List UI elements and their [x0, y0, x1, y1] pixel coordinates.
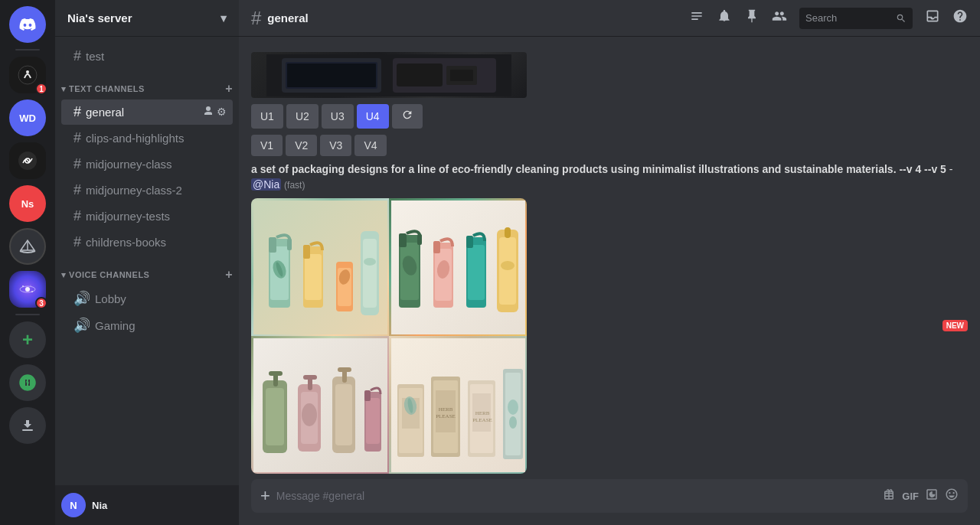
chevron-down-icon: ▾: [220, 11, 227, 25]
server-boat-icon[interactable]: [9, 228, 46, 265]
server-ai2[interactable]: [9, 142, 46, 179]
top-bar: # general: [239, 0, 980, 37]
svg-point-9: [31, 285, 31, 286]
search-bar[interactable]: Search: [799, 8, 913, 29]
category-add-voice[interactable]: +: [225, 268, 233, 282]
channel-hash-icon: #: [251, 8, 261, 29]
svg-point-88: [508, 399, 518, 415]
channel-item-midjourney2[interactable]: # midjourney-class-2: [61, 178, 233, 203]
svg-text:PLEASE: PLEASE: [436, 413, 456, 419]
channel-item-midjourney[interactable]: # midjourney-class: [61, 152, 233, 177]
svg-point-51: [501, 261, 514, 270]
v2-button[interactable]: V2: [286, 135, 317, 156]
mention-nia: @Nia: [251, 178, 281, 191]
server-ai2-icon[interactable]: [9, 142, 46, 179]
message-group-1: U1 U2 U3 U4 V1 V2 V3 V4: [239, 49, 980, 159]
v3-button[interactable]: V3: [320, 135, 351, 156]
download-button[interactable]: [9, 407, 46, 444]
sticker-icon[interactable]: [925, 488, 939, 505]
svg-rect-28: [305, 254, 322, 300]
channel-item-childrens[interactable]: # childrens-books: [61, 230, 233, 255]
svg-point-7: [22, 285, 24, 287]
u3-button[interactable]: U3: [322, 104, 354, 129]
eco-bottles-q3: [253, 338, 387, 472]
explore-button[interactable]: [9, 364, 46, 401]
help-icon[interactable]: [952, 8, 968, 28]
message-image-dark: [251, 52, 527, 98]
svg-rect-24: [287, 239, 292, 250]
people-icon[interactable]: [203, 106, 214, 119]
gif-icon[interactable]: GIF: [902, 491, 919, 502]
channel-item-clips[interactable]: # clips-and-highlights: [61, 126, 233, 151]
svg-point-8: [31, 291, 33, 292]
server-ns-icon[interactable]: Ns: [9, 185, 46, 222]
svg-rect-48: [466, 236, 473, 248]
svg-rect-66: [338, 367, 351, 372]
refresh-button-1[interactable]: [392, 104, 423, 129]
settings-icon[interactable]: ⚙: [217, 106, 227, 119]
u1-button[interactable]: U1: [251, 104, 283, 129]
channel-item-general[interactable]: # general ⚙: [61, 99, 233, 125]
svg-rect-47: [468, 245, 485, 300]
new-badge: NEW: [942, 320, 968, 331]
product-image-partial: [266, 54, 511, 96]
members-icon[interactable]: [772, 8, 787, 28]
gift-icon[interactable]: [882, 488, 896, 505]
variation-button-row: V1 V2 V3 V4: [251, 135, 968, 156]
add-server-icon[interactable]: +: [9, 321, 46, 358]
message-input-box[interactable]: + Message #general GIF: [251, 479, 968, 513]
server-galaxy[interactable]: 3: [9, 271, 46, 308]
eco-product-image: HERB PLEASE HERB PLEASE: [251, 198, 527, 474]
eco-boxes-q4: HERB PLEASE HERB PLEASE: [391, 338, 525, 472]
v1-button[interactable]: V1: [251, 135, 283, 156]
main-content: # general: [239, 0, 980, 525]
pin-icon[interactable]: [744, 8, 760, 28]
voice-label-gaming: Gaming: [95, 319, 136, 332]
server-boat[interactable]: [9, 228, 46, 265]
username: Nia: [92, 500, 107, 511]
explore-icon[interactable]: [9, 364, 46, 401]
add-attachment-button[interactable]: +: [260, 486, 270, 506]
svg-rect-61: [303, 375, 317, 380]
inbox-icon[interactable]: [925, 8, 940, 28]
svg-point-5: [25, 287, 30, 292]
emoji-icon[interactable]: [945, 488, 959, 505]
server-wd-icon[interactable]: WD: [9, 99, 46, 136]
v4-button[interactable]: V4: [354, 135, 386, 156]
bell-icon[interactable]: [717, 8, 732, 28]
server-ai[interactable]: 1: [9, 57, 46, 93]
channel-item-mjtests[interactable]: # midjourney-tests: [61, 204, 233, 229]
server-wd[interactable]: WD: [9, 99, 46, 136]
user-avatar[interactable]: N: [61, 493, 86, 517]
svg-rect-11: [22, 429, 33, 431]
channel-item-test[interactable]: # test: [61, 44, 233, 69]
messages-area: U1 U2 U3 U4 V1 V2 V3 V4: [239, 37, 980, 479]
voice-channel-gaming[interactable]: 🔊 Gaming: [61, 312, 233, 338]
category-text-channels[interactable]: ▾ TEXT CHANNELS +: [55, 70, 239, 99]
channel-sidebar: Nia's server ▾ # test ▾ TEXT CHANNELS + …: [55, 0, 239, 525]
server-discord-home[interactable]: [9, 6, 46, 43]
threads-icon[interactable]: [689, 8, 704, 28]
channel-label-midjourney: midjourney-class: [86, 158, 172, 171]
server-list: 1 WD Ns: [0, 0, 55, 525]
message-input[interactable]: Message #general: [276, 490, 876, 502]
svg-rect-39: [399, 233, 407, 247]
category-voice-channels[interactable]: ▾ VOICE CHANNELS +: [55, 256, 239, 285]
u4-button-active[interactable]: U4: [357, 104, 389, 129]
discord-home-icon[interactable]: [9, 6, 46, 43]
download-icon[interactable]: [9, 407, 46, 444]
category-add-text[interactable]: +: [225, 82, 233, 96]
input-actions: GIF: [882, 488, 959, 505]
user-area: N Nia: [55, 485, 239, 525]
svg-point-1: [26, 70, 29, 73]
u2-button[interactable]: U2: [286, 104, 318, 129]
server-header[interactable]: Nia's server ▾: [55, 0, 239, 37]
voice-channel-lobby[interactable]: 🔊 Lobby: [61, 285, 233, 311]
svg-rect-23: [269, 237, 276, 253]
server-divider-1: [15, 49, 40, 51]
eco-quadrant-3: [251, 336, 389, 474]
add-server-button[interactable]: +: [9, 321, 46, 358]
hash-icon-mjtests: #: [74, 208, 81, 224]
eco-bottles-q2: [391, 201, 525, 334]
server-ns[interactable]: Ns: [9, 185, 46, 222]
